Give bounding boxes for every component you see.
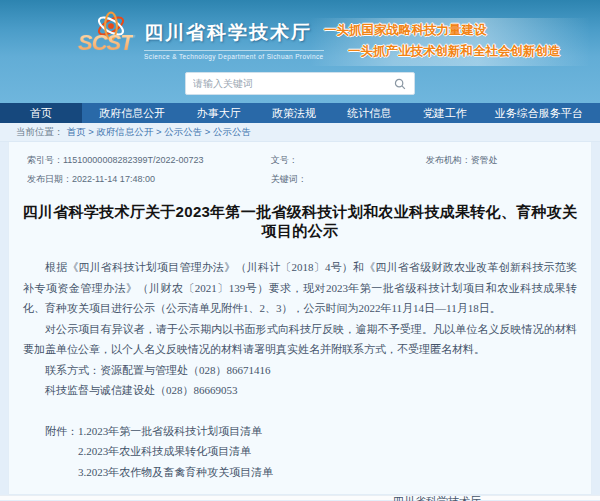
breadcrumb-path[interactable]: 首页 > 政府信息公开 > 公示公告 > 公示公告 [67, 126, 251, 139]
document-meta: 索引号：11510000008282399T/2022-00723 文号： 发布… [19, 152, 581, 186]
meta-keyword: 关键词： [271, 173, 426, 186]
article-body: 根据《四川省科技计划项目管理办法》（川科计〔2018〕4号）和《四川省省级财政农… [19, 257, 581, 482]
nav-item-service-hall[interactable]: 办事大厅 [183, 103, 255, 123]
meta-agency: 发布机构：资管处 [426, 154, 581, 167]
main-nav: 首页 政府信息公开 办事大厅 政策法规 统计信息 党建工作 业务综合服务平台 [0, 103, 600, 123]
site-header: SCST 四川省科学技术厅 Science & Technology Depar… [0, 0, 600, 103]
breadcrumb-label: 当前位置： [16, 126, 64, 139]
logo-mark: SCST [78, 10, 134, 62]
meta-docnum: 文号： [271, 154, 426, 167]
search-input[interactable] [193, 78, 393, 89]
nav-item-gov-info[interactable]: 政府信息公开 [85, 103, 179, 123]
nav-item-home[interactable]: 首页 [0, 103, 82, 123]
page-title: 四川省科学技术厅关于2023年第一批省级科技计划和农业科技成果转化、育种攻关项目… [19, 203, 581, 241]
attachments-section: 附件： 1.2023年第一批省级科技计划项目清单 2.2023年农业科技成果转化… [23, 421, 577, 483]
contact-line-1: 联系方式：资源配置与管理处（028）86671416 [23, 360, 577, 381]
attachment-link-1[interactable]: 1.2023年第一批省级科技计划项目清单 [78, 421, 262, 442]
footer-strip [0, 495, 600, 500]
nav-item-policies[interactable]: 政策法规 [258, 103, 330, 123]
attachment-link-3[interactable]: 3.2023年农作物及畜禽育种攻关项目清单 [78, 462, 577, 483]
article-paragraph-1: 根据《四川省科技计划项目管理办法》（川科计〔2018〕4号）和《四川省省级财政农… [23, 257, 577, 319]
header-slogan-banner: 一头抓国家战略科技力量建设 一头抓产业技术创新和全社会创新创造 [310, 18, 590, 66]
site-logo[interactable]: SCST 四川省科学技术厅 Science & Technology Depar… [78, 10, 324, 62]
meta-date: 发布日期：2022-11-14 17:48:00 [27, 173, 271, 186]
site-subtitle: Science & Technology Department of Sichu… [144, 50, 324, 60]
content-panel: 索引号：11510000008282399T/2022-00723 文号： 发布… [8, 142, 592, 495]
attachments-label: 附件： [23, 421, 78, 442]
search-icon[interactable] [393, 77, 407, 91]
article-paragraph-2: 对公示项目有异议者，请于公示期内以书面形式向科技厅反映，逾期不予受理。凡以单位名… [23, 319, 577, 360]
nav-item-statistics[interactable]: 统计信息 [333, 103, 405, 123]
slogan-line-1: 一头抓国家战略科技力量建设 [324, 22, 590, 39]
logo-acronym: SCST [78, 30, 133, 56]
contact-line-2: 科技监督与诚信建设处（028）86669053 [23, 380, 577, 401]
meta-index: 索引号：11510000008282399T/2022-00723 [27, 154, 271, 167]
site-title: 四川省科学技术厅 [144, 20, 324, 46]
slogan-line-2: 一头抓产业技术创新和全社会创新创造 [348, 43, 590, 60]
attachment-link-2[interactable]: 2.2023年农业科技成果转化项目清单 [78, 441, 577, 462]
nav-item-party-building[interactable]: 党建工作 [409, 103, 481, 123]
search-box [185, 72, 415, 95]
breadcrumb: 当前位置： 首页 > 政府信息公开 > 公示公告 > 公示公告 [0, 123, 600, 142]
nav-item-service-platform[interactable]: 业务综合服务平台 [481, 103, 597, 123]
